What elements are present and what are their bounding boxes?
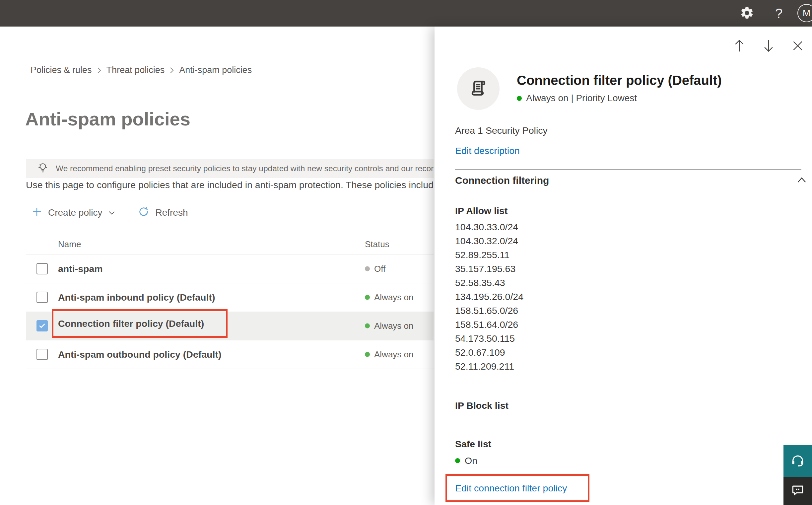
arrow-up-icon <box>733 38 746 54</box>
status-dot-on <box>365 352 370 357</box>
ip-allow-list-label: IP Allow list <box>455 205 508 216</box>
close-icon <box>791 38 804 54</box>
policy-name: anti-spam <box>58 264 103 275</box>
policy-name: Anti-spam outbound policy (Default) <box>58 349 221 360</box>
safe-list-status: On <box>455 455 477 466</box>
annotation-red-box: Edit connection filter policy <box>445 474 589 502</box>
refresh-icon <box>138 206 149 220</box>
ip-entry: 54.173.50.115 <box>455 331 524 345</box>
row-checkbox[interactable] <box>36 349 48 360</box>
previous-item-button[interactable] <box>732 37 747 55</box>
ip-entry: 158.51.65.0/26 <box>455 304 524 318</box>
chevron-right-icon <box>96 66 102 74</box>
section-connection-filtering[interactable]: Connection filtering <box>455 175 807 186</box>
policy-name: Connection filter policy (Default) <box>58 318 204 329</box>
topbar: ? M <box>0 0 812 26</box>
chevron-up-icon <box>796 176 807 185</box>
edit-description-link[interactable]: Edit description <box>455 145 520 156</box>
row-checkbox[interactable] <box>36 263 48 275</box>
ip-entry: 52.11.209.211 <box>455 359 524 373</box>
ip-entry: 52.0.67.109 <box>455 345 524 359</box>
edit-connection-filter-policy-link[interactable]: Edit connection filter policy <box>455 483 567 494</box>
breadcrumb-anti-spam-policies: Anti-spam policies <box>179 65 252 75</box>
column-header-name[interactable]: Name <box>58 239 81 249</box>
page-description: Use this page to configure policies that… <box>26 179 433 190</box>
avatar-initial: M <box>803 8 810 19</box>
help-icon: ? <box>775 6 783 21</box>
ip-block-list-label: IP Block list <box>455 400 509 411</box>
table-row[interactable]: Anti-spam outbound policy (Default) Alwa… <box>26 340 433 369</box>
table-row-selected[interactable]: Connection filter policy (Default) Alway… <box>26 312 433 340</box>
ip-entry: 104.30.32.0/24 <box>455 234 524 248</box>
policy-description: Area 1 Security Policy <box>455 125 548 136</box>
avatar[interactable]: M <box>797 4 812 22</box>
column-header-status[interactable]: Status <box>365 239 389 249</box>
chevron-right-icon <box>169 66 175 74</box>
help-button[interactable]: ? <box>770 0 787 26</box>
lightbulb-icon <box>36 162 49 176</box>
policy-detail-panel: Connection filter policy (Default) Alway… <box>434 26 812 505</box>
status-dot-on <box>365 295 370 300</box>
divider <box>455 169 801 170</box>
chevron-down-icon <box>108 208 116 217</box>
status-cell: Always on <box>365 349 414 360</box>
toolbar: Create policy Refresh <box>31 203 188 222</box>
next-item-button[interactable] <box>761 37 776 55</box>
refresh-button[interactable]: Refresh <box>138 206 188 220</box>
feedback-icon <box>790 483 805 499</box>
table-row[interactable]: Anti-spam inbound policy (Default) Alway… <box>26 283 433 312</box>
status-dot-on <box>517 96 522 101</box>
plus-icon <box>31 206 42 219</box>
banner-text: We recommend enabling preset security po… <box>56 164 433 173</box>
breadcrumb: Policies & rules Threat policies Anti-sp… <box>30 65 252 75</box>
ip-entry: 52.58.35.43 <box>455 276 524 290</box>
ip-entry: 35.157.195.63 <box>455 262 524 276</box>
ip-entry: 52.89.255.11 <box>455 248 524 262</box>
status-cell: Off <box>365 264 385 274</box>
status-dot-off <box>365 267 370 272</box>
arrow-down-icon <box>762 38 775 54</box>
ip-entry: 104.30.33.0/24 <box>455 220 524 234</box>
headset-icon <box>790 453 805 469</box>
page-title: Anti-spam policies <box>25 108 190 130</box>
panel-title: Connection filter policy (Default) <box>517 73 722 88</box>
panel-nav <box>732 37 805 55</box>
status-dot-on <box>455 458 460 463</box>
row-checkbox[interactable] <box>36 292 48 303</box>
ip-allow-list: 104.30.33.0/24 104.30.32.0/24 52.89.255.… <box>455 220 524 373</box>
gear-icon <box>740 6 754 21</box>
recommendation-banner: We recommend enabling preset security po… <box>26 159 433 178</box>
close-panel-button[interactable] <box>790 37 805 55</box>
table-row[interactable]: anti-spam Off <box>26 255 433 283</box>
status-dot-on <box>365 324 370 328</box>
row-checkbox-checked[interactable] <box>36 320 48 331</box>
ip-entry: 134.195.26.0/24 <box>455 290 524 304</box>
status-cell: Always on <box>365 321 414 331</box>
annotation-red-box: Connection filter policy (Default) <box>52 309 228 338</box>
breadcrumb-policies-rules[interactable]: Policies & rules <box>30 65 92 75</box>
breadcrumb-threat-policies[interactable]: Threat policies <box>107 65 165 75</box>
create-policy-button[interactable]: Create policy <box>31 206 116 219</box>
table-header: Name Status <box>26 234 433 255</box>
status-cell: Always on <box>365 292 414 303</box>
feedback-button[interactable] <box>784 477 812 505</box>
ip-entry: 158.51.64.0/26 <box>455 318 524 331</box>
app-root: ? M Policies & rules Threat policies Ant… <box>0 0 812 505</box>
policy-name: Anti-spam inbound policy (Default) <box>58 292 215 303</box>
panel-status: Always on | Priority Lowest <box>517 93 637 104</box>
safe-list-label: Safe list <box>455 439 491 450</box>
policy-badge <box>457 67 499 110</box>
settings-button[interactable] <box>738 0 756 26</box>
scroll-icon <box>467 77 489 100</box>
support-button[interactable] <box>784 445 812 477</box>
